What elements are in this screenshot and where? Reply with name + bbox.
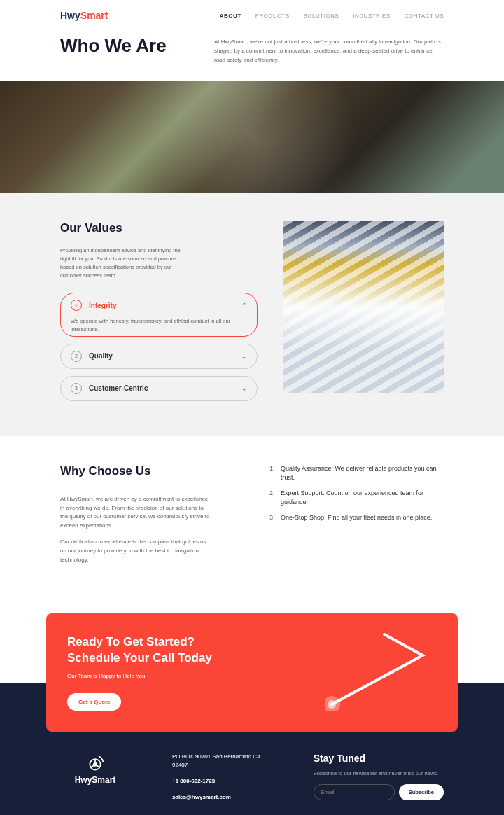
- nav-about[interactable]: About: [220, 13, 241, 19]
- nav-products[interactable]: Products: [255, 13, 290, 19]
- subscribe-button[interactable]: Subscribe: [399, 784, 444, 800]
- get-quote-button[interactable]: Get a Quote: [67, 693, 121, 711]
- hero-image: [0, 81, 504, 193]
- nav-contact[interactable]: Contact Us: [405, 13, 444, 19]
- arrow-icon: [325, 627, 437, 711]
- values-description: Providing an independent advice and iden…: [60, 246, 186, 280]
- accordion-customer[interactable]: 3 Customer-Centric ⌄: [60, 376, 258, 401]
- footer-logo[interactable]: HwySmart: [60, 753, 130, 785]
- footer-email[interactable]: sales@hwysmart.com: [172, 793, 272, 802]
- why-paragraph-2: Our dedication to excellence is the comp…: [60, 538, 211, 564]
- nav-solutions[interactable]: Solutions: [304, 13, 340, 19]
- accordion-content: We operate with honesty, transparency, a…: [61, 317, 257, 336]
- footer-phone[interactable]: +1 800-662-1723: [172, 777, 272, 786]
- why-title: Why Choose Us: [60, 464, 234, 478]
- why-paragraph-1: At HwySmart, we are driven by a commitme…: [60, 495, 211, 531]
- page-title: Who We Are: [60, 35, 186, 64]
- chevron-down-icon: ⌄: [241, 385, 247, 392]
- hero-description: At HwySmart, we're not just a business; …: [214, 35, 444, 64]
- logo-hwy: Hwy: [60, 10, 80, 21]
- why-list: Quality Assurance: We deliver reliable p…: [270, 464, 444, 572]
- footer-logo-text: HwySmart: [75, 775, 116, 785]
- logo-smart: Smart: [80, 10, 108, 21]
- accordion-label: Integrity: [89, 302, 241, 309]
- newsletter-description: Subscribe to our newsletter and never mi…: [314, 769, 444, 777]
- accordion-label: Quality: [89, 352, 241, 360]
- logo[interactable]: HwySmart: [60, 10, 108, 21]
- steering-wheel-icon: [85, 753, 105, 772]
- chevron-up-icon: ⌃: [241, 302, 247, 309]
- footer-address: PO BOX 90701 San Bernardino CA 92407: [172, 753, 272, 771]
- accordion-number: 2: [71, 351, 82, 362]
- email-input[interactable]: [314, 784, 395, 800]
- accordion-integrity[interactable]: 1 Integrity ⌃ We operate with honesty, t…: [60, 293, 258, 337]
- cta-title-line2: Schedule Your Call Today: [67, 651, 212, 664]
- main-nav: About Products Solutions Industries Cont…: [220, 13, 444, 19]
- values-image: [283, 221, 444, 393]
- accordion-quality[interactable]: 2 Quality ⌄: [60, 344, 258, 369]
- list-item: Expert Support: Count on our experienced…: [270, 489, 444, 508]
- chevron-down-icon: ⌄: [241, 353, 247, 360]
- newsletter-title: Stay Tuned: [314, 753, 444, 764]
- accordion-number: 1: [71, 300, 82, 311]
- list-item: Quality Assurance: We deliver reliable p…: [270, 464, 444, 483]
- cta-banner: Ready To Get Started? Schedule Your Call…: [46, 613, 458, 731]
- list-item: One-Stop Shop: Find all your fleet needs…: [270, 513, 444, 523]
- accordion-number: 3: [71, 383, 82, 394]
- values-title: Our Values: [60, 221, 258, 235]
- cta-title-line1: Ready To Get Started?: [67, 635, 195, 648]
- svg-point-1: [328, 700, 336, 709]
- nav-industries[interactable]: Industries: [353, 13, 390, 19]
- accordion-label: Customer-Centric: [89, 384, 241, 392]
